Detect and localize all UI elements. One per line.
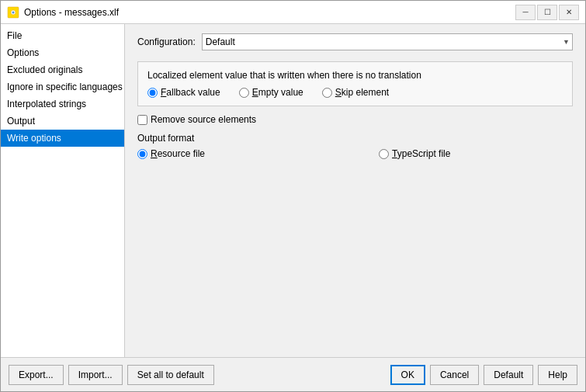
ok-button[interactable]: OK bbox=[390, 365, 425, 385]
cancel-button[interactable]: Cancel bbox=[430, 365, 479, 385]
import-button[interactable]: Import... bbox=[68, 365, 123, 385]
window-controls: ─ ☐ ✕ bbox=[515, 5, 579, 20]
resource-file-label: Resource file bbox=[151, 148, 205, 159]
configuration-dropdown-wrapper: Default bbox=[202, 33, 573, 50]
footer: Export... Import... Set all to default O… bbox=[1, 357, 585, 391]
help-button[interactable]: Help bbox=[538, 365, 577, 385]
main-content: File Options Excluded originals Ignore i… bbox=[1, 24, 585, 357]
window: Options - messages.xlf ─ ☐ ✕ File Option… bbox=[0, 0, 586, 392]
localized-description: Localized element value that is written … bbox=[147, 70, 563, 81]
fallback-value-label: Fallback value bbox=[161, 87, 220, 98]
close-button[interactable]: ✕ bbox=[559, 5, 579, 20]
sidebar: File Options Excluded originals Ignore i… bbox=[1, 24, 125, 357]
window-title: Options - messages.xlf bbox=[24, 7, 515, 18]
fallback-value-radio[interactable] bbox=[147, 88, 158, 98]
empty-value-label: Empty value bbox=[252, 87, 303, 98]
default-button[interactable]: Default bbox=[484, 365, 533, 385]
titlebar: Options - messages.xlf ─ ☐ ✕ bbox=[1, 1, 585, 24]
output-format-label: Output format bbox=[137, 133, 573, 144]
typescript-file-label: TypeScript file bbox=[392, 148, 450, 159]
typescript-file-radio-label[interactable]: TypeScript file bbox=[379, 148, 450, 159]
svg-point-2 bbox=[12, 11, 15, 13]
remove-source-checkbox-label[interactable]: Remove source elements bbox=[137, 114, 573, 125]
export-button[interactable]: Export... bbox=[9, 365, 64, 385]
skip-element-label: Skip element bbox=[335, 87, 389, 98]
configuration-row: Configuration: Default bbox=[137, 33, 573, 50]
sidebar-item-output[interactable]: Output bbox=[1, 113, 124, 130]
configuration-label: Configuration: bbox=[137, 36, 196, 47]
remove-source-checkbox[interactable] bbox=[137, 115, 147, 125]
sidebar-item-ignore-specific-languages[interactable]: Ignore in specific languages bbox=[1, 78, 124, 95]
sidebar-item-options[interactable]: Options bbox=[1, 44, 124, 61]
typescript-file-radio[interactable] bbox=[379, 149, 389, 159]
resource-file-radio-label[interactable]: Resource file bbox=[137, 148, 205, 159]
localized-section: Localized element value that is written … bbox=[137, 61, 573, 106]
content-area: Configuration: Default Localized element… bbox=[125, 24, 585, 357]
translation-radio-group: Fallback value Empty value Skip element bbox=[147, 87, 563, 98]
maximize-button[interactable]: ☐ bbox=[537, 5, 557, 20]
sidebar-item-interpolated-strings[interactable]: Interpolated strings bbox=[1, 95, 124, 113]
sidebar-item-write-options[interactable]: Write options bbox=[1, 130, 124, 147]
sidebar-item-excluded-originals[interactable]: Excluded originals bbox=[1, 61, 124, 78]
configuration-dropdown[interactable]: Default bbox=[202, 33, 573, 50]
resource-file-radio[interactable] bbox=[137, 149, 147, 159]
app-icon bbox=[7, 6, 19, 19]
skip-element-radio[interactable] bbox=[322, 88, 332, 98]
sidebar-item-file[interactable]: File bbox=[1, 27, 124, 44]
empty-value-radio[interactable] bbox=[239, 88, 249, 98]
output-format-radio-group: Resource file TypeScript file bbox=[137, 148, 573, 159]
fallback-value-radio-label[interactable]: Fallback value bbox=[147, 87, 220, 98]
empty-value-radio-label[interactable]: Empty value bbox=[239, 87, 303, 98]
skip-element-radio-label[interactable]: Skip element bbox=[322, 87, 389, 98]
set-all-default-button[interactable]: Set all to default bbox=[127, 365, 214, 385]
remove-source-label: Remove source elements bbox=[151, 114, 256, 125]
minimize-button[interactable]: ─ bbox=[515, 5, 536, 20]
output-format-section: Output format Resource file TypeScript f… bbox=[137, 133, 573, 159]
